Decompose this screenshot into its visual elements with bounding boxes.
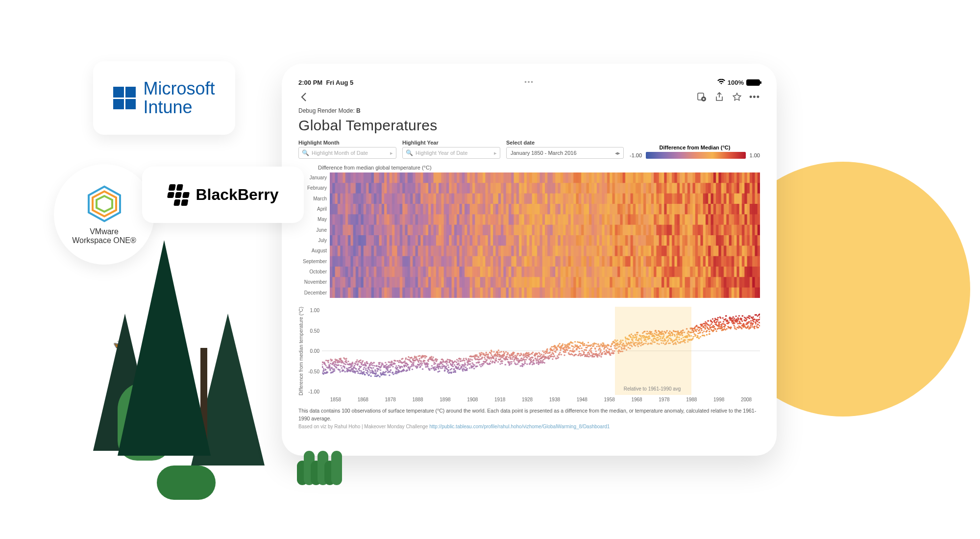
highlight-month-label: Highlight Month	[298, 140, 396, 146]
windows-icon	[113, 87, 136, 109]
x-tick: 1978	[651, 397, 678, 402]
legend-max: 1.00	[750, 152, 760, 158]
x-tick: 1988	[678, 397, 705, 402]
month-label: November	[298, 277, 330, 287]
vmware-hex-icon	[85, 184, 124, 223]
legend-gradient	[646, 152, 746, 159]
drag-handle-icon: •••	[298, 78, 760, 86]
color-legend: -1.00 1.00	[630, 152, 760, 159]
legend-min: -1.00	[630, 152, 642, 158]
legend-label: Difference from Median (°C)	[630, 145, 760, 150]
highlight-year-label: Highlight Year	[402, 140, 500, 146]
vmware-line1: VMware	[90, 227, 119, 236]
x-tick: 1868	[349, 397, 377, 402]
x-tick: 1968	[623, 397, 651, 402]
y-tick: 0.00	[305, 348, 319, 354]
footnote-attribution: Based on viz by Rahul Hoho | Makeover Mo…	[298, 424, 428, 429]
y-tick: 0.50	[305, 328, 319, 334]
scatter-chart[interactable]	[322, 307, 760, 395]
scatter-y-label: Difference from median temperature (°C)	[298, 307, 305, 395]
app-toolbar: •••	[298, 89, 760, 105]
month-label: October	[298, 267, 330, 277]
x-tick: 1938	[541, 397, 568, 402]
share-icon[interactable]	[714, 92, 725, 102]
x-tick: 1858	[322, 397, 349, 402]
search-icon: 🔍	[302, 149, 309, 156]
intune-line2: Intune	[143, 98, 215, 117]
footnote: This data contains 100 observations of s…	[298, 407, 760, 430]
reference-period-label: Relative to 1961-1990 avg	[624, 386, 681, 392]
y-tick: -0.50	[305, 369, 319, 374]
logo-microsoft-intune: MicrosoftIntune	[93, 61, 235, 135]
month-label: September	[298, 256, 330, 267]
more-icon[interactable]: •••	[749, 92, 760, 102]
intune-line1: Microsoft	[143, 79, 215, 98]
x-tick: 1898	[432, 397, 459, 402]
slider-handle-icon: ◂ ▸	[615, 150, 619, 156]
footnote-main: This data contains 100 observations of s…	[298, 407, 760, 423]
search-icon: 🔍	[406, 149, 413, 156]
svg-marker-2	[97, 196, 112, 212]
scatter-y-ticks: 1.000.500.00-0.50-1.00	[305, 307, 322, 395]
footnote-link[interactable]: http://public.tableau.com/profile/rahul.…	[429, 424, 610, 429]
status-battery-pct: 100%	[728, 79, 744, 86]
status-date: Fri Aug 5	[326, 79, 353, 86]
logo-blackberry: BlackBerry	[142, 167, 304, 223]
month-label: July	[298, 235, 330, 245]
debug-mode-label: Debug Render Mode: B	[298, 107, 760, 114]
x-tick: 1908	[459, 397, 486, 402]
filter-icon[interactable]	[696, 92, 707, 102]
month-label: June	[298, 225, 330, 235]
vmware-line2: Workspace ONE®	[72, 236, 136, 245]
month-label: August	[298, 245, 330, 256]
y-tick: -1.00	[305, 389, 319, 394]
shrub-decoration	[299, 451, 340, 487]
month-label: December	[298, 288, 330, 298]
x-tick: 1928	[514, 397, 541, 402]
blackberry-icon	[166, 184, 191, 206]
back-button[interactable]	[298, 92, 309, 102]
favorite-icon[interactable]	[732, 92, 742, 102]
highlight-year-input[interactable]: 🔍Highlight Year of Date▸	[402, 147, 500, 159]
date-range-slider[interactable]: January 1850 - March 2016◂ ▸	[506, 147, 624, 159]
scatter-x-ticks: 1858186818781888189819081918192819381948…	[322, 397, 760, 402]
blackberry-text: BlackBerry	[196, 186, 279, 204]
heatmap-title: Difference from median global temperatur…	[318, 165, 760, 171]
reference-period-band	[615, 307, 691, 395]
x-tick: 2008	[733, 397, 760, 402]
x-tick: 1948	[568, 397, 596, 402]
select-date-label: Select date	[506, 140, 624, 146]
x-tick: 1878	[377, 397, 404, 402]
highlight-month-input[interactable]: 🔍Highlight Month of Date▸	[298, 147, 396, 159]
x-tick: 1918	[486, 397, 514, 402]
x-tick: 1888	[404, 397, 432, 402]
logo-vmware-workspace-one: VMware Workspace ONE®	[54, 164, 154, 265]
trees-decoration: 🦋	[93, 240, 270, 461]
battery-icon	[746, 79, 760, 86]
heatmap-chart[interactable]	[330, 172, 760, 298]
y-tick: 1.00	[305, 308, 319, 313]
tablet-device: 2:00 PM Fri Aug 5 100% ••• ••• Debug Ren…	[282, 64, 777, 456]
wifi-icon	[717, 79, 725, 86]
status-time: 2:00 PM	[298, 79, 322, 86]
x-tick: 1958	[596, 397, 623, 402]
x-tick: 1998	[705, 397, 733, 402]
dashboard-title: Global Temperatures	[298, 117, 760, 134]
